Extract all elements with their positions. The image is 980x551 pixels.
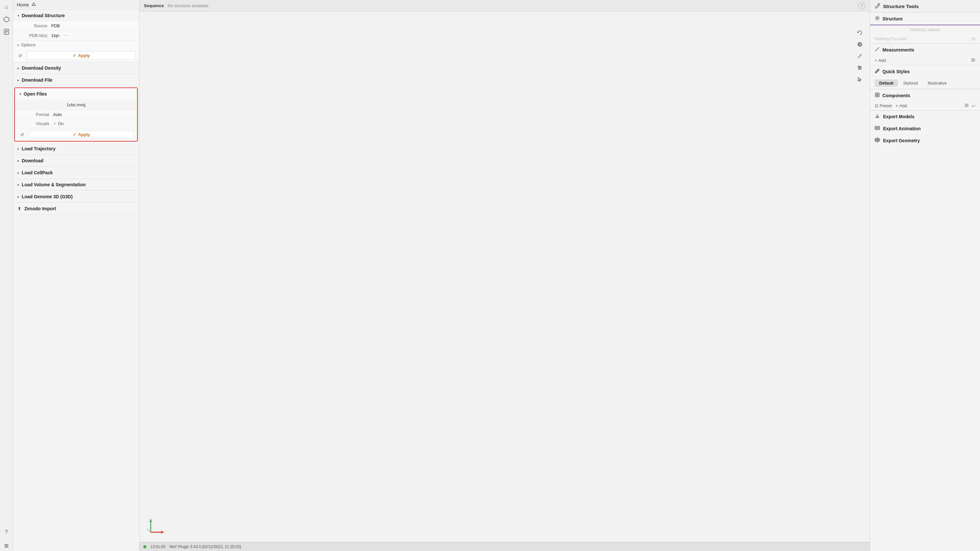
visuals-value-container[interactable]: ✓ On [53, 121, 64, 126]
open-files-reset-button[interactable]: ↺ [18, 131, 26, 139]
settings-tool-button[interactable] [855, 63, 865, 73]
left-panel-header: Home [13, 0, 139, 10]
download-structure-section: ▾ Download Structure Source PDB PDB Id(s… [13, 10, 139, 62]
download-file-section: ▸ Download File [13, 74, 139, 86]
download-structure-apply-row: ↺ ✓ Apply [13, 49, 139, 62]
svg-point-31 [974, 60, 974, 60]
cursor-tool-button[interactable] [855, 75, 865, 84]
svg-point-25 [878, 3, 880, 5]
download-structure-content: Source PDB PDB Id(s) 1tqn ··· ▸ Options … [13, 21, 139, 62]
measurements-section-header[interactable]: Measurements [870, 44, 980, 56]
download-density-chevron: ▸ [18, 67, 19, 70]
measurements-settings-icon[interactable] [971, 58, 975, 63]
right-panel-header: Structure Tools [870, 0, 980, 13]
quick-styles-tabs: Default Stylized Illustrative [870, 78, 980, 89]
download-density-section: ▸ Download Density [13, 62, 139, 74]
open-files-apply-button[interactable]: ✓ Apply [29, 130, 134, 139]
filename-value: 1cbs.mvsj [67, 102, 86, 107]
download-file-label: Download File [22, 78, 52, 83]
viewport-canvas[interactable] [139, 12, 870, 542]
components-preset-button[interactable]: ⊡ Preset [875, 103, 892, 108]
focus-expand-icon[interactable]: ⊞ [972, 36, 975, 41]
nothing-loaded-text: Nothing Loaded [870, 25, 980, 34]
components-undo-icon[interactable]: ↩ [972, 103, 975, 108]
home-icon[interactable]: ⌂ [1, 2, 12, 12]
export-geometry-icon [875, 137, 880, 144]
tab-stylized[interactable]: Stylized [899, 79, 923, 87]
open-files-header[interactable]: ▾ Open Files [15, 88, 137, 100]
export-models-icon [875, 113, 880, 120]
svg-rect-33 [875, 93, 877, 95]
measurements-add-button[interactable]: + Add [875, 58, 886, 63]
components-settings-icon[interactable] [964, 103, 969, 108]
download-chevron: ▸ [18, 159, 19, 163]
export-animation-icon [875, 125, 880, 132]
sphere-tool-button[interactable] [855, 40, 865, 49]
measurements-toolbar: + Add [870, 56, 980, 65]
pdb-id-row: PDB Id(s) 1tqn ··· [13, 30, 139, 40]
zenodo-import-header[interactable]: ⬆ Zenodo Import [13, 203, 139, 214]
svg-point-42 [966, 106, 966, 106]
load-cellpack-header[interactable]: ▸ Load CellPack [13, 167, 139, 178]
right-panel-wrench-icon [875, 3, 880, 10]
svg-point-9 [6, 546, 8, 546]
main-viewport: Sequence No structure available ? [139, 0, 870, 551]
visuals-checkmark: ✓ [53, 121, 57, 126]
download-header[interactable]: ▸ Download [13, 155, 139, 167]
download-structure-apply-label: Apply [78, 53, 90, 58]
components-label: Components [883, 93, 910, 98]
download-density-label: Download Density [22, 65, 61, 71]
open-files-label: Open Files [24, 91, 47, 97]
export-models-label: Export Models [883, 114, 914, 119]
quick-styles-header[interactable]: Quick Styles [870, 65, 980, 78]
tab-default[interactable]: Default [875, 79, 898, 87]
source-value[interactable]: PDB [51, 23, 60, 28]
components-section-header[interactable]: Components [870, 89, 980, 102]
download-structure-label: Download Structure [22, 13, 65, 18]
options-row[interactable]: ▸ Options [13, 40, 139, 49]
measure-tool-button[interactable] [855, 51, 865, 61]
open-files-section: ▾ Open Files 1cbs.mvsj Format Auto Visua… [14, 87, 138, 141]
svg-point-22 [859, 66, 859, 67]
download-label: Download [22, 158, 43, 163]
components-add-label: Add [899, 103, 907, 108]
pdb-id-dots-button[interactable]: ··· [63, 32, 67, 38]
viewport-toolbar [855, 28, 865, 84]
load-genome-header[interactable]: ▸ Load Genome 3D (G3D) [13, 191, 139, 202]
export-geometry-item[interactable]: Export Geometry [870, 135, 980, 147]
export-animation-item[interactable]: Export Animation [870, 123, 980, 135]
file-icon[interactable] [1, 27, 12, 37]
filename-row: 1cbs.mvsj [15, 100, 137, 110]
structure-icon[interactable] [1, 14, 12, 25]
reset-camera-button[interactable] [855, 28, 865, 38]
load-volume-label: Load Volume & Segmentation [22, 182, 86, 187]
download-structure-header[interactable]: ▾ Download Structure [13, 10, 139, 21]
components-add-button[interactable]: + Add [896, 103, 907, 108]
svg-rect-36 [878, 95, 879, 97]
viewport-help-icon[interactable]: ? [858, 2, 865, 10]
svg-rect-35 [875, 95, 877, 97]
download-structure-apply-button[interactable]: ✓ Apply [27, 51, 136, 60]
export-models-item[interactable]: Export Models [870, 111, 980, 123]
load-trajectory-header[interactable]: ▸ Load Trajectory [13, 143, 139, 154]
structure-section-header[interactable]: Structure [870, 13, 980, 25]
svg-point-32 [972, 60, 973, 61]
load-genome-section: ▸ Load Genome 3D (G3D) [13, 191, 139, 203]
svg-point-24 [859, 69, 860, 70]
pdb-id-value[interactable]: 1tqn [51, 33, 59, 38]
nothing-focused-text: Nothing Focused [875, 36, 907, 41]
download-structure-reset-button[interactable]: ↺ [16, 52, 24, 60]
settings-bottom-icon[interactable] [1, 541, 12, 551]
options-chevron: ▸ [18, 43, 19, 47]
svg-point-30 [972, 58, 972, 59]
load-volume-header[interactable]: ▸ Load Volume & Segmentation [13, 179, 139, 191]
download-file-header[interactable]: ▸ Download File [13, 74, 139, 86]
download-density-header[interactable]: ▸ Download Density [13, 62, 139, 74]
format-value[interactable]: Auto [53, 112, 62, 117]
tab-illustrative[interactable]: Illustrative [923, 79, 951, 87]
help-icon[interactable]: ? [1, 528, 12, 539]
open-files-apply-checkmark: ✓ [73, 132, 76, 137]
components-icon [875, 92, 880, 98]
measurements-plus-icon: + [875, 58, 877, 63]
components-section: Components ⊡ Preset + Add [870, 89, 980, 111]
